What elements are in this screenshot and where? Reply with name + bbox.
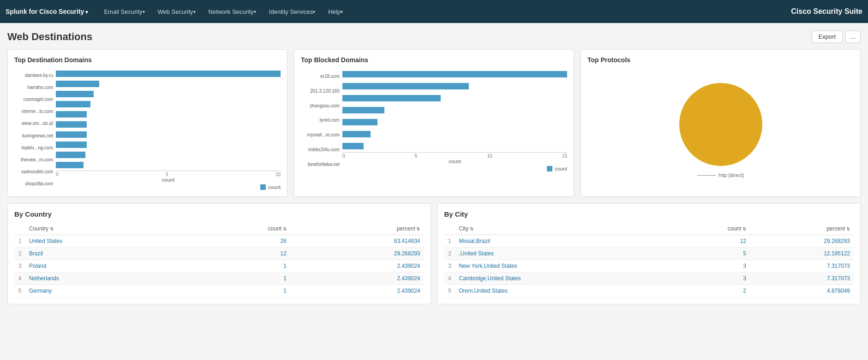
country-table-count-header[interactable]: count: [187, 223, 290, 235]
city-percent[interactable]: 12.195122: [750, 248, 854, 260]
table-row: 1 Missal,Brazil 12 29.268293: [444, 235, 854, 248]
bar-fill: [342, 143, 364, 149]
dest-domains-chart: damtare.by.ru harrahs.com cosmogirl.com …: [14, 69, 281, 190]
dest-bars-area: 0 5 10 count count: [56, 69, 281, 190]
city-percent[interactable]: 4.878049: [750, 285, 854, 297]
city-count[interactable]: 5: [670, 248, 750, 260]
page-title: Web Destinations: [7, 31, 92, 43]
country-percent[interactable]: 63.414634: [290, 235, 424, 248]
bar-fill: [342, 131, 371, 137]
country-table-rank-header: [14, 223, 25, 235]
tables-row: By Country Country count percent 1 Unite…: [7, 203, 861, 304]
blocked-y-labels: er18.com 201.3.120.165 zhongsou.com lyre…: [301, 69, 342, 171]
country-percent[interactable]: 29.268293: [290, 248, 424, 260]
table-row: 4 Cambridge,United States 3 7.317073: [444, 272, 854, 285]
table-row: 5 Germany 1 2.439024: [14, 285, 424, 297]
city-percent[interactable]: 7.317073: [750, 272, 854, 285]
bar-fill: [342, 107, 384, 113]
bar-fill: [56, 131, 87, 138]
bar-row: [56, 130, 281, 139]
city-count[interactable]: 12: [670, 235, 750, 248]
page-container: Web Destinations Export ... Top Destinat…: [0, 23, 868, 360]
bar-fill: [56, 162, 84, 168]
by-city-title: By City: [444, 210, 854, 218]
table-row: 3 Poland 1 2.439024: [14, 260, 424, 272]
row-rank: 4: [444, 272, 455, 285]
country-name[interactable]: Germany: [25, 285, 187, 297]
nav-help[interactable]: Help: [322, 0, 349, 23]
city-name[interactable]: New York,United States: [455, 260, 670, 272]
row-rank: 3: [444, 260, 455, 272]
row-rank: 4: [14, 272, 25, 285]
navbar: Splunk for Cisco Security Email Security…: [0, 0, 868, 23]
country-name[interactable]: Netherlands: [25, 272, 187, 285]
more-button[interactable]: ...: [845, 30, 861, 43]
charts-row: Top Destination Domains damtare.by.ru ha…: [7, 49, 861, 197]
country-count[interactable]: 1: [187, 285, 290, 297]
country-name[interactable]: United States: [25, 235, 187, 248]
nav-network-security[interactable]: Network Security: [202, 0, 263, 23]
bar-fill: [56, 81, 99, 87]
city-count[interactable]: 3: [670, 272, 750, 285]
blocked-x-label: count: [342, 159, 567, 164]
blocked-bars: [342, 69, 567, 151]
country-percent[interactable]: 2.439024: [290, 260, 424, 272]
nav-web-security[interactable]: Web Security: [151, 0, 202, 23]
bar-fill: [342, 71, 567, 77]
city-name[interactable]: Cambridge,United States: [455, 272, 670, 285]
pie-http-label: http [direct]: [718, 172, 743, 178]
nav-identity-services[interactable]: Identity Services: [263, 0, 322, 23]
row-rank: 2: [14, 248, 25, 260]
country-table-percent-header[interactable]: percent: [290, 223, 424, 235]
top-protocols-card: Top Protocols http [direct]: [581, 49, 861, 197]
bar-row: [342, 69, 567, 79]
pie-legend-line: [697, 175, 716, 176]
city-table-city-header[interactable]: City: [455, 223, 670, 235]
bar-row: [56, 120, 281, 129]
navbar-app-title: Cisco Security Suite: [791, 7, 862, 16]
blocked-x-ticks: 0 5 10 15: [342, 153, 567, 159]
bar-row: [56, 69, 281, 78]
country-name[interactable]: Brazil: [25, 248, 187, 260]
city-table-percent-header[interactable]: percent: [750, 223, 854, 235]
city-count[interactable]: 3: [670, 260, 750, 272]
dest-legend-icon: [260, 184, 266, 190]
export-button[interactable]: Export: [812, 30, 843, 43]
bar-fill: [342, 83, 469, 89]
city-table-body: 1 Missal,Brazil 12 29.268293 2 ,United S…: [444, 235, 854, 297]
city-percent[interactable]: 7.317073: [750, 260, 854, 272]
bar-fill: [56, 101, 90, 107]
dest-legend: count: [56, 184, 281, 190]
city-percent[interactable]: 29.268293: [750, 235, 854, 248]
table-row: 3 New York,United States 3 7.317073: [444, 260, 854, 272]
dest-legend-label: count: [268, 184, 281, 190]
country-table-body: 1 United States 26 63.414634 2 Brazil 12…: [14, 235, 424, 297]
protocols-pie: http [direct]: [587, 69, 854, 178]
nav-email-security[interactable]: Email Security: [97, 0, 151, 23]
bar-fill: [56, 71, 281, 77]
country-count[interactable]: 26: [187, 235, 290, 248]
country-count[interactable]: 1: [187, 260, 290, 272]
city-name[interactable]: ,United States: [455, 248, 670, 260]
city-name[interactable]: Missal,Brazil: [455, 235, 670, 248]
bar-row: [56, 79, 281, 89]
bar-row: [342, 117, 567, 127]
bar-row: [56, 100, 281, 109]
city-count[interactable]: 2: [670, 285, 750, 297]
by-country-title: By Country: [14, 210, 424, 218]
country-table-country-header[interactable]: Country: [25, 223, 187, 235]
country-count[interactable]: 1: [187, 272, 290, 285]
pie-label-row: http [direct]: [697, 172, 743, 178]
country-percent[interactable]: 2.439024: [290, 272, 424, 285]
by-city-card: By City City count percent 1 Missal,Braz…: [437, 203, 861, 304]
nav-brand[interactable]: Splunk for Cisco Security: [6, 8, 88, 15]
pie-svg: [675, 78, 767, 171]
bar-row: [56, 160, 281, 170]
city-table-count-header[interactable]: count: [670, 223, 750, 235]
city-table-rank-header: [444, 223, 455, 235]
country-percent[interactable]: 2.439024: [290, 285, 424, 297]
city-name[interactable]: Orem,United States: [455, 285, 670, 297]
country-name[interactable]: Poland: [25, 260, 187, 272]
country-count[interactable]: 12: [187, 248, 290, 260]
table-row: 5 Orem,United States 2 4.878049: [444, 285, 854, 297]
